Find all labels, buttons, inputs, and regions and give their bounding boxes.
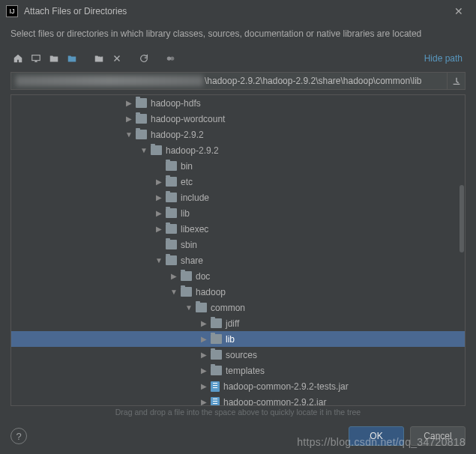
drop-hint: Drag and drop a file into the space abov… (0, 405, 476, 421)
folder-icon (166, 224, 177, 234)
tree-node[interactable]: ▶lib (11, 205, 465, 221)
tree-node[interactable]: ▼share (11, 252, 465, 268)
tree-node-label: hadoop (196, 287, 226, 297)
tree-node-label: jdiff (226, 318, 239, 329)
footer: ? OK Cancel (0, 423, 476, 454)
tree-node[interactable]: ▶hadoop-hdfs (11, 95, 465, 111)
hide-path-link[interactable]: Hide path (424, 53, 466, 64)
cancel-button[interactable]: Cancel (410, 426, 466, 446)
tree-node[interactable]: ▼hadoop-2.9.2 (11, 142, 465, 158)
history-icon[interactable] (448, 72, 466, 90)
svg-point-2 (170, 56, 174, 60)
chevron-right-icon[interactable]: ▶ (124, 99, 134, 107)
tree-node[interactable]: ▶hadoop-common-2.9.2-tests.jar (11, 378, 465, 394)
tree-node[interactable]: ▶lib (11, 331, 465, 347)
tree-node[interactable]: ▶sbin (11, 237, 465, 252)
chevron-right-icon[interactable]: ▶ (199, 398, 209, 405)
folder-icon (136, 98, 147, 108)
tree-node-label: bin (181, 161, 193, 172)
tree-node-label: hadoop-wordcount (151, 114, 225, 124)
help-button[interactable]: ? (10, 428, 27, 444)
tree-node[interactable]: ▼hadoop (11, 284, 465, 300)
path-row: \hadoop-2.9.2\hadoop-2.9.2\share\hadoop\… (10, 72, 466, 90)
folder-icon (151, 145, 162, 155)
folder-icon (166, 161, 177, 171)
tree-node-label: share (181, 255, 203, 266)
jar-icon (211, 397, 220, 406)
refresh-icon[interactable] (136, 51, 151, 66)
tree-node-label: sources (226, 350, 257, 360)
chevron-right-icon[interactable]: ▶ (154, 209, 164, 217)
tree-node[interactable]: ▼hadoop-2.9.2 (11, 127, 465, 142)
folder-icon (166, 193, 177, 202)
tree-node[interactable]: ▶bin (11, 158, 465, 174)
chevron-down-icon[interactable]: ▼ (139, 146, 149, 154)
tree-node-label: templates (226, 366, 265, 376)
folder-icon (211, 318, 222, 328)
ok-button[interactable]: OK (349, 426, 404, 446)
app-icon: IJ (6, 5, 18, 17)
tree-node[interactable]: ▶doc (11, 268, 465, 284)
delete-icon[interactable] (109, 51, 124, 66)
tree-node-label: include (181, 193, 209, 203)
tree-node[interactable]: ▶templates (11, 363, 465, 378)
tree-node[interactable]: ▼common (11, 300, 465, 315)
tree-node[interactable]: ▶jdiff (11, 315, 465, 331)
chevron-right-icon[interactable]: ▶ (199, 382, 209, 390)
tree-node-label: hadoop-2.9.2 (151, 130, 204, 140)
folder-icon (181, 271, 192, 281)
tree-node[interactable]: ▶hadoop-common-2.9.2.jar (11, 394, 465, 405)
chevron-down-icon[interactable]: ▼ (184, 303, 194, 312)
chevron-right-icon[interactable]: ▶ (169, 272, 179, 280)
tree-node[interactable]: ▶hadoop-wordcount (11, 111, 465, 127)
chevron-right-icon[interactable]: ▶ (154, 225, 164, 233)
chevron-right-icon[interactable]: ▶ (199, 351, 209, 359)
svg-rect-0 (32, 55, 40, 61)
tree-node[interactable]: ▶etc (11, 174, 465, 190)
tree-node[interactable]: ▶libexec (11, 221, 465, 237)
folder-icon (166, 177, 177, 187)
home-icon[interactable] (10, 51, 25, 66)
tree-panel: ▶hadoop-hdfs▶hadoop-wordcount▼hadoop-2.9… (10, 94, 466, 406)
toolbar: Hide path (0, 48, 476, 70)
subtitle: Select files or directories in which lib… (0, 22, 476, 48)
path-text: \hadoop-2.9.2\hadoop-2.9.2\share\hadoop\… (205, 76, 422, 86)
chevron-right-icon[interactable]: ▶ (199, 335, 209, 343)
titlebar: IJ Attach Files or Directories ✕ (0, 0, 476, 22)
window-title: Attach Files or Directories (24, 6, 448, 16)
tree-node[interactable]: ▶sources (11, 347, 465, 363)
chevron-right-icon[interactable]: ▶ (199, 319, 209, 327)
path-hidden-prefix (16, 76, 203, 86)
close-button[interactable]: ✕ (448, 5, 470, 17)
tree-node[interactable]: ▶include (11, 190, 465, 205)
folder-icon (211, 334, 222, 344)
chevron-down-icon[interactable]: ▼ (169, 288, 179, 296)
desktop-icon[interactable] (28, 51, 43, 66)
show-hidden-icon[interactable] (163, 51, 178, 66)
tree-node-label: libexec (181, 224, 208, 234)
chevron-right-icon[interactable]: ▶ (154, 193, 164, 202)
chevron-right-icon[interactable]: ▶ (124, 115, 134, 123)
tree-node-label: common (211, 303, 245, 313)
tree-node-label: hadoop-hdfs (151, 98, 201, 109)
path-input[interactable]: \hadoop-2.9.2\hadoop-2.9.2\share\hadoop\… (10, 72, 448, 90)
tree-node-label: lib (181, 208, 190, 219)
tree-node-label: hadoop-common-2.9.2-tests.jar (223, 381, 349, 392)
folder-icon (136, 114, 147, 124)
tree-scrollbar[interactable] (459, 95, 465, 405)
chevron-right-icon[interactable]: ▶ (154, 178, 164, 186)
project-folder-icon[interactable] (46, 51, 61, 66)
folder-icon (166, 208, 177, 218)
chevron-down-icon[interactable]: ▼ (154, 256, 164, 264)
chevron-right-icon[interactable]: ▶ (199, 366, 209, 375)
folder-icon (211, 350, 222, 360)
new-folder-icon[interactable] (91, 51, 106, 66)
folder-icon (181, 287, 192, 297)
chevron-down-icon[interactable]: ▼ (124, 130, 134, 139)
folder-icon (136, 130, 147, 139)
module-folder-icon[interactable] (64, 51, 79, 66)
tree-node-label: doc (196, 271, 210, 282)
tree-node-label: etc (181, 177, 193, 187)
file-tree[interactable]: ▶hadoop-hdfs▶hadoop-wordcount▼hadoop-2.9… (11, 95, 465, 405)
tree-node-label: hadoop-common-2.9.2.jar (223, 397, 326, 406)
